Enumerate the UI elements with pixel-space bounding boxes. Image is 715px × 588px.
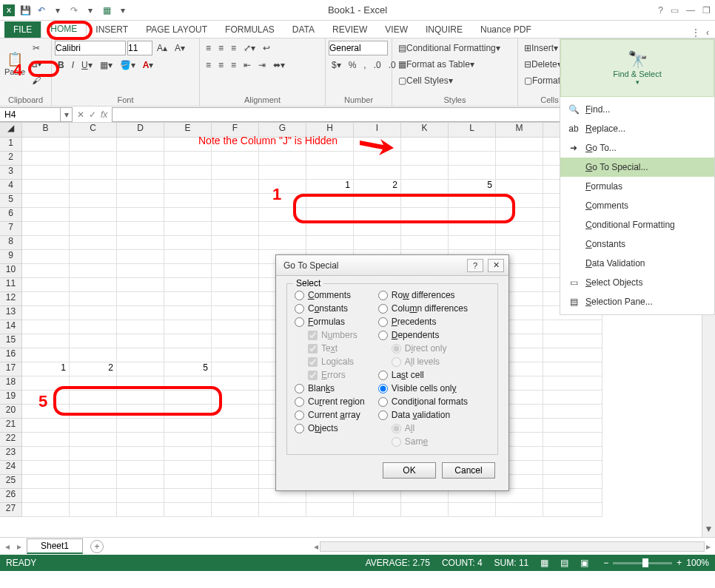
cell[interactable] bbox=[164, 222, 212, 236]
row-header-20[interactable]: 20 bbox=[0, 405, 22, 419]
row-header-11[interactable]: 11 bbox=[0, 278, 22, 292]
cell[interactable] bbox=[212, 334, 259, 348]
cell[interactable]: 5 bbox=[164, 362, 212, 376]
cell[interactable] bbox=[70, 334, 117, 348]
cell[interactable] bbox=[22, 222, 70, 236]
new-sheet-button[interactable]: + bbox=[90, 540, 104, 553]
cell[interactable] bbox=[496, 138, 543, 152]
cell[interactable]: 1 bbox=[22, 362, 70, 376]
cell[interactable] bbox=[212, 194, 259, 208]
cell[interactable] bbox=[70, 292, 117, 306]
find-menu-item-8[interactable]: Data Validation bbox=[560, 254, 714, 273]
sheet-nav-last-icon[interactable]: ▸ bbox=[15, 541, 24, 552]
find-menu-item-5[interactable]: Comments bbox=[560, 196, 714, 215]
view-pagebreak-icon[interactable]: ▣ bbox=[580, 558, 588, 568]
col-header-C[interactable]: C bbox=[70, 123, 117, 137]
cell[interactable] bbox=[22, 250, 70, 264]
row-header-25[interactable]: 25 bbox=[0, 475, 22, 489]
cell[interactable] bbox=[164, 433, 212, 447]
cell[interactable] bbox=[212, 166, 259, 180]
find-menu-item-0[interactable]: 🔍Find... bbox=[560, 100, 714, 119]
cell[interactable] bbox=[543, 461, 602, 475]
row-header-12[interactable]: 12 bbox=[0, 292, 22, 306]
cell[interactable] bbox=[117, 447, 164, 461]
cell[interactable] bbox=[401, 503, 449, 517]
cell[interactable] bbox=[212, 461, 259, 475]
minimize-icon[interactable]: — bbox=[686, 5, 695, 16]
increase-indent-icon[interactable]: ⇥ bbox=[255, 58, 269, 72]
cut-icon[interactable]: ✂ bbox=[28, 41, 44, 55]
cell[interactable] bbox=[70, 250, 117, 264]
cell[interactable] bbox=[22, 194, 70, 208]
cell[interactable] bbox=[22, 208, 70, 222]
cancel-button[interactable]: Cancel bbox=[442, 462, 495, 479]
zoom-out-icon[interactable]: − bbox=[603, 558, 608, 568]
cell[interactable] bbox=[306, 208, 354, 222]
cell[interactable] bbox=[22, 348, 70, 362]
find-menu-item-6[interactable]: Conditional Formatting bbox=[560, 215, 714, 234]
cell[interactable] bbox=[212, 250, 259, 264]
cell[interactable] bbox=[117, 475, 164, 489]
dialog-option-visible-cells-only[interactable]: Visible cells only bbox=[378, 383, 468, 393]
cell[interactable] bbox=[212, 391, 259, 405]
zoom-level[interactable]: 100% bbox=[686, 558, 709, 568]
cell[interactable] bbox=[117, 362, 164, 376]
cell[interactable] bbox=[401, 222, 449, 236]
cell[interactable] bbox=[117, 194, 164, 208]
cell[interactable] bbox=[212, 503, 259, 517]
align-top-icon[interactable]: ≡ bbox=[203, 41, 214, 55]
cell[interactable] bbox=[543, 334, 602, 348]
cell[interactable] bbox=[117, 391, 164, 405]
row-header-8[interactable]: 8 bbox=[0, 236, 22, 250]
cell[interactable] bbox=[543, 391, 602, 405]
cell[interactable] bbox=[354, 166, 401, 180]
align-right-icon[interactable]: ≡ bbox=[228, 58, 239, 72]
cell[interactable] bbox=[164, 250, 212, 264]
sheet-nav-first-icon[interactable]: ◂ bbox=[3, 541, 12, 552]
tab-formulas[interactable]: FORMULAS bbox=[216, 21, 283, 38]
redo-dropdown[interactable]: ▾ bbox=[84, 4, 96, 16]
find-menu-item-10[interactable]: ▤Selection Pane... bbox=[560, 292, 714, 311]
cell[interactable] bbox=[543, 320, 602, 334]
cell[interactable] bbox=[401, 180, 449, 194]
cell[interactable] bbox=[70, 348, 117, 362]
delete-cells-button[interactable]: ⊟ Delete ▾ bbox=[521, 57, 565, 72]
dialog-option-current-region[interactable]: Current region bbox=[295, 396, 365, 407]
cell[interactable] bbox=[496, 236, 543, 250]
cell[interactable] bbox=[22, 475, 70, 489]
col-header-D[interactable]: D bbox=[117, 123, 164, 137]
row-header-6[interactable]: 6 bbox=[0, 208, 22, 222]
cell[interactable] bbox=[212, 475, 259, 489]
cell[interactable] bbox=[117, 489, 164, 503]
cell[interactable] bbox=[117, 222, 164, 236]
namebox-dropdown-icon[interactable]: ▾ bbox=[60, 108, 72, 121]
cell[interactable] bbox=[401, 194, 449, 208]
cell[interactable] bbox=[22, 447, 70, 461]
cell[interactable] bbox=[306, 152, 354, 166]
merge-center-icon[interactable]: ⬌▾ bbox=[270, 58, 288, 72]
cell[interactable] bbox=[449, 222, 496, 236]
cell[interactable] bbox=[259, 208, 306, 222]
tab-pagelayout[interactable]: PAGE LAYOUT bbox=[137, 21, 216, 38]
cell[interactable] bbox=[117, 264, 164, 278]
shrink-font-icon[interactable]: A▾ bbox=[172, 41, 188, 55]
cell[interactable]: 2 bbox=[354, 180, 401, 194]
cell[interactable] bbox=[117, 334, 164, 348]
cell[interactable] bbox=[70, 461, 117, 475]
cell[interactable] bbox=[117, 138, 164, 152]
cell[interactable] bbox=[70, 222, 117, 236]
cell[interactable] bbox=[117, 320, 164, 334]
inc-decimal-icon[interactable]: .0 bbox=[371, 58, 384, 72]
tell-me-icon[interactable]: ⋮ bbox=[691, 27, 700, 38]
cell[interactable] bbox=[70, 391, 117, 405]
dialog-option-row-differences[interactable]: Row differences bbox=[378, 290, 468, 300]
cell[interactable] bbox=[212, 152, 259, 166]
cell[interactable] bbox=[212, 236, 259, 250]
cell[interactable] bbox=[117, 250, 164, 264]
row-header-14[interactable]: 14 bbox=[0, 320, 22, 334]
cell[interactable] bbox=[117, 348, 164, 362]
cell[interactable] bbox=[212, 419, 259, 433]
cell[interactable]: 5 bbox=[449, 180, 496, 194]
cell[interactable] bbox=[117, 306, 164, 320]
cell[interactable] bbox=[117, 419, 164, 433]
